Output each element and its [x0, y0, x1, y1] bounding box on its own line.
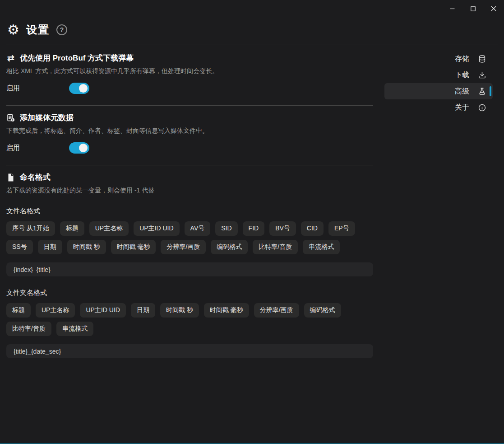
section-divider — [6, 165, 373, 165]
format-tag[interactable]: AV号 — [185, 221, 211, 236]
format-tag[interactable]: 编码格式 — [211, 240, 248, 254]
gear-icon: ⚙ — [7, 23, 19, 37]
close-icon — [491, 6, 496, 11]
format-tag[interactable]: FID — [243, 221, 265, 236]
document-icon — [6, 173, 15, 182]
settings-nav: 存储 下载 高级 — [384, 51, 493, 116]
nav-label: 高级 — [455, 87, 469, 96]
filename-format-input[interactable] — [6, 262, 373, 276]
format-tag[interactable]: UP主ID UID — [134, 221, 179, 236]
nav-item-storage[interactable]: 存储 — [384, 51, 493, 67]
filename-format-label: 文件名格式 — [6, 207, 373, 215]
media-metadata-icon — [6, 113, 15, 122]
help-icon[interactable]: ? — [56, 24, 67, 35]
minimize-icon — [450, 6, 455, 11]
titlebar — [0, 0, 504, 17]
settings-content: ⇄ 优先使用 ProtoBuf 方式下载弹幕 相比 XML 方式，此方式可以获得… — [0, 45, 373, 358]
nav-label: 关于 — [455, 103, 469, 112]
maximize-icon — [471, 6, 476, 11]
format-tag[interactable]: BV号 — [269, 221, 296, 236]
nav-item-about[interactable]: 关于 — [384, 99, 493, 116]
format-tag[interactable]: 标题 — [60, 221, 84, 236]
foldername-format-input[interactable] — [6, 344, 373, 358]
metadata-toggle[interactable] — [69, 142, 89, 154]
section-title-row: ⇄ 优先使用 ProtoBuf 方式下载弹幕 — [6, 53, 373, 63]
toggle-label: 启用 — [6, 144, 69, 152]
format-tag[interactable]: 比特率/音质 — [6, 322, 51, 336]
section-title-row: 添加媒体元数据 — [6, 112, 373, 123]
section-title: 添加媒体元数据 — [20, 112, 74, 123]
format-tag[interactable]: EP号 — [328, 221, 355, 236]
format-tag[interactable]: 编码格式 — [304, 303, 341, 318]
format-tag[interactable]: 日期 — [131, 303, 155, 318]
toggle-knob — [79, 84, 88, 93]
toggle-knob — [79, 144, 88, 152]
toggle-row: 启用 — [6, 83, 373, 94]
format-tag[interactable]: 时间戳 秒 — [67, 240, 106, 254]
format-tag[interactable]: 时间戳 毫秒 — [111, 240, 156, 254]
toggle-label: 启用 — [6, 84, 69, 93]
page-title: 设置 — [26, 23, 50, 37]
format-tag[interactable]: 分辨率/画质 — [161, 240, 206, 254]
info-icon — [477, 103, 486, 112]
download-icon — [477, 70, 486, 79]
filename-tag-list: 序号 从1开始标题UP主名称UP主ID UIDAV号SIDFIDBV号CIDEP… — [6, 221, 373, 254]
format-tag[interactable]: 日期 — [38, 240, 62, 254]
selected-indicator — [490, 86, 491, 96]
section-title: 命名格式 — [20, 172, 51, 182]
format-tag[interactable]: 分辨率/画质 — [254, 303, 299, 318]
foldername-tag-list: 标题UP主名称UP主ID UID日期时间戳 秒时间戳 毫秒分辨率/画质编码格式比… — [6, 303, 373, 336]
section-description: 下载完成后，将标题、简介、作者、标签、封面等信息写入媒体文件中。 — [6, 127, 373, 135]
protobuf-toggle[interactable] — [69, 83, 89, 94]
page-header: ⚙ 设置 ? — [0, 17, 504, 45]
flask-icon — [477, 87, 486, 96]
format-tag[interactable]: 时间戳 毫秒 — [204, 303, 249, 318]
section-description: 相比 XML 方式，此方式可以获得资源中几乎所有弹幕，但处理时间会变长。 — [6, 67, 373, 75]
nav-item-advanced[interactable]: 高级 — [384, 83, 493, 99]
format-tag[interactable]: 序号 从1开始 — [6, 221, 55, 236]
nav-label: 下载 — [455, 70, 469, 80]
format-tag[interactable]: 比特率/音质 — [253, 240, 298, 254]
section-title: 优先使用 ProtoBuf 方式下载弹幕 — [20, 53, 134, 63]
format-tag[interactable]: 串流格式 — [56, 322, 93, 336]
nav-item-download[interactable]: 下载 — [384, 67, 493, 83]
section-divider — [6, 105, 373, 106]
format-tag[interactable]: UP主名称 — [36, 303, 75, 318]
section-naming: 命名格式 若下载的资源没有此处的某一变量，则会使用 -1 代替 文件名格式 序号… — [6, 172, 373, 358]
swap-arrows-icon: ⇄ — [6, 54, 15, 63]
section-title-row: 命名格式 — [6, 172, 373, 182]
foldername-format-label: 文件夹名格式 — [6, 289, 373, 297]
format-tag[interactable]: SS号 — [6, 240, 33, 254]
format-tag[interactable]: UP主ID UID — [80, 303, 125, 318]
section-description: 若下载的资源没有此处的某一变量，则会使用 -1 代替 — [6, 187, 373, 195]
format-tag[interactable]: CID — [301, 221, 324, 236]
storage-icon — [477, 54, 486, 63]
nav-label: 存储 — [455, 54, 469, 64]
section-protobuf: ⇄ 优先使用 ProtoBuf 方式下载弹幕 相比 XML 方式，此方式可以获得… — [6, 53, 373, 106]
toggle-row: 启用 — [6, 142, 373, 154]
format-tag[interactable]: SID — [215, 221, 237, 236]
minimize-button[interactable] — [442, 0, 462, 17]
format-tag[interactable]: 串流格式 — [303, 240, 340, 254]
format-tag[interactable]: 时间戳 秒 — [160, 303, 199, 318]
format-tag[interactable]: 标题 — [6, 303, 31, 318]
maximize-button[interactable] — [462, 0, 483, 17]
close-button[interactable] — [483, 0, 504, 17]
section-metadata: 添加媒体元数据 下载完成后，将标题、简介、作者、标签、封面等信息写入媒体文件中。… — [6, 112, 373, 165]
format-tag[interactable]: UP主名称 — [89, 221, 129, 236]
